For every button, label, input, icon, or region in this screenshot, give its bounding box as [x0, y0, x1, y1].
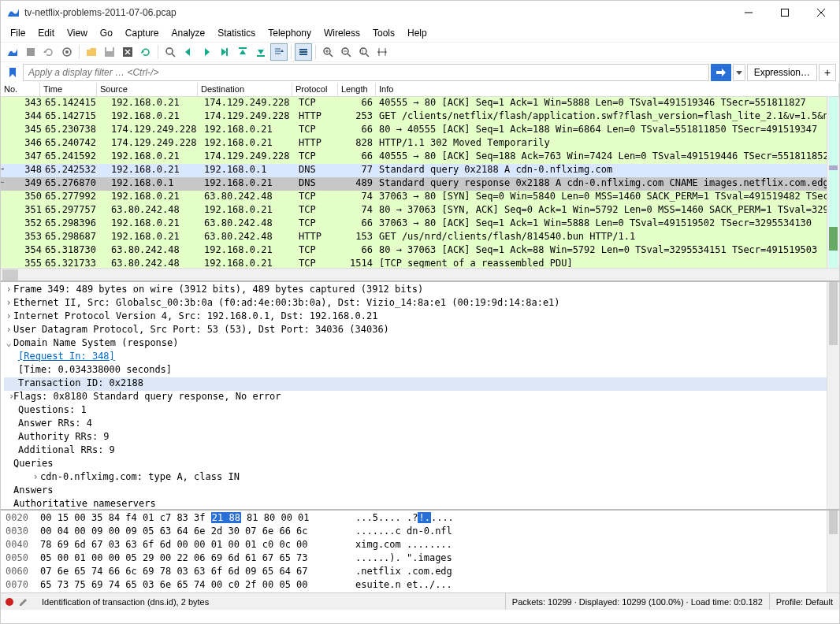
zoom-reset-button[interactable]: 1 — [355, 43, 373, 61]
details-vscroll[interactable] — [827, 282, 839, 509]
expand-icon[interactable]: › — [4, 284, 13, 295]
col-no[interactable]: No. — [1, 83, 40, 96]
status-profile[interactable]: Profile: Default — [770, 593, 839, 610]
packet-row[interactable]: ←34965.276870192.168.0.1192.168.0.21DNS4… — [1, 177, 839, 191]
capture-options-button[interactable] — [58, 43, 76, 61]
hex-row[interactable]: 006007 6e 65 74 66 6c 69 78 03 63 6f 6d … — [6, 566, 834, 579]
expand-icon[interactable]: › — [4, 324, 13, 335]
packet-row[interactable]: 35265.298396192.168.0.2163.80.242.48TCP6… — [1, 217, 839, 231]
menu-analyze[interactable]: Analyze — [165, 26, 212, 40]
detail-ethernet[interactable]: Ethernet II, Src: Globalsc_00:3b:0a (f0:… — [13, 297, 560, 308]
packet-row[interactable]: 35465.31873063.80.242.48192.168.0.21TCP6… — [1, 244, 839, 258]
zoom-out-button[interactable] — [337, 43, 355, 61]
detail-frame[interactable]: Frame 349: 489 bytes on wire (3912 bits)… — [13, 284, 423, 295]
collapse-icon[interactable]: ⌄ — [4, 458, 13, 469]
packet-row[interactable]: →34865.242532192.168.0.21192.168.0.1DNS7… — [1, 164, 839, 177]
packet-row[interactable]: 34565.230738174.129.249.228192.168.0.21T… — [1, 124, 839, 137]
expand-icon[interactable]: › — [4, 485, 13, 496]
packet-list-hscroll[interactable] — [1, 268, 839, 280]
zoom-in-button[interactable] — [319, 43, 336, 61]
goto-last-button[interactable] — [252, 43, 269, 61]
save-file-button[interactable] — [101, 43, 118, 61]
close-file-button[interactable] — [119, 43, 136, 61]
go-back-button[interactable] — [180, 43, 197, 61]
add-filter-button[interactable]: + — [819, 64, 836, 81]
menu-edit[interactable]: Edit — [32, 26, 61, 40]
maximize-button[interactable] — [767, 1, 803, 24]
resize-columns-button[interactable] — [374, 43, 391, 61]
display-filter-input[interactable] — [23, 64, 709, 81]
go-forward-button[interactable] — [198, 43, 215, 61]
menu-tools[interactable]: Tools — [366, 26, 401, 40]
col-time[interactable]: Time — [40, 83, 97, 96]
hex-row[interactable]: 004078 69 6d 67 03 63 6f 6d 00 00 01 00 … — [6, 539, 834, 552]
detail-udp[interactable]: User Datagram Protocol, Src Port: 53 (53… — [13, 324, 389, 335]
close-button[interactable] — [803, 1, 839, 24]
detail-additional-rrs[interactable]: Additional RRs: 9 — [18, 444, 115, 455]
menu-wireless[interactable]: Wireless — [318, 26, 366, 40]
filter-apply-button[interactable] — [711, 64, 731, 81]
filter-history-button[interactable] — [733, 64, 745, 81]
col-length[interactable]: Length — [338, 83, 376, 96]
detail-answer-rrs[interactable]: Answer RRs: 4 — [18, 418, 92, 429]
expression-button[interactable]: Expression… — [747, 64, 817, 81]
packet-row[interactable]: 35365.298687192.168.0.2163.80.242.48HTTP… — [1, 231, 839, 244]
expert-info-button[interactable] — [6, 598, 13, 606]
packet-row[interactable]: 34765.241592192.168.0.21174.129.249.228T… — [1, 150, 839, 164]
expand-icon[interactable]: › — [4, 297, 13, 308]
detail-query-1[interactable]: cdn-0.nflximg.com: type A, class IN — [40, 471, 240, 482]
col-source[interactable]: Source — [97, 83, 198, 96]
col-destination[interactable]: Destination — [198, 83, 292, 96]
packet-row[interactable]: 35565.32173363.80.242.48192.168.0.21TCP1… — [1, 258, 839, 268]
packet-row[interactable]: 35065.277992192.168.0.2163.80.242.48TCP7… — [1, 191, 839, 204]
stop-capture-button[interactable] — [22, 43, 39, 61]
restart-capture-button[interactable] — [40, 43, 58, 61]
hex-vscroll[interactable] — [827, 511, 839, 592]
packet-list-header[interactable]: No. Time Source Destination Protocol Len… — [1, 83, 839, 97]
detail-questions[interactable]: Questions: 1 — [18, 404, 87, 415]
goto-first-button[interactable] — [234, 43, 251, 61]
open-file-button[interactable] — [83, 43, 100, 61]
menu-statistics[interactable]: Statistics — [211, 26, 262, 40]
menu-help[interactable]: Help — [401, 26, 433, 40]
auto-scroll-button[interactable] — [270, 43, 288, 61]
detail-flags[interactable]: Flags: 0x8180 Standard query response, N… — [13, 391, 281, 402]
detail-authority-rrs[interactable]: Authority RRs: 9 — [18, 431, 110, 442]
reload-button[interactable] — [137, 43, 154, 61]
col-info[interactable]: Info — [376, 83, 839, 96]
detail-queries[interactable]: Queries — [13, 458, 54, 469]
collapse-icon[interactable]: ⌄ — [4, 337, 13, 348]
expand-icon[interactable]: › — [4, 310, 13, 321]
goto-packet-button[interactable] — [216, 43, 233, 61]
minimize-button[interactable] — [730, 1, 767, 24]
detail-answers[interactable]: Answers — [13, 485, 54, 496]
packet-list-body[interactable]: 34365.142415192.168.0.21174.129.249.228T… — [1, 97, 839, 268]
packet-row[interactable]: 35165.29775763.80.242.48192.168.0.21TCP7… — [1, 204, 839, 217]
packet-details-pane[interactable]: ›Frame 349: 489 bytes on wire (3912 bits… — [1, 282, 839, 511]
filter-bookmark-button[interactable] — [4, 64, 21, 81]
packet-row[interactable]: 34365.142415192.168.0.21174.129.249.228T… — [1, 97, 839, 110]
menu-file[interactable]: File — [4, 26, 32, 40]
packet-row[interactable]: 34465.142715192.168.0.21174.129.249.228H… — [1, 110, 839, 124]
packet-list-vscroll[interactable] — [827, 97, 839, 268]
find-packet-button[interactable] — [162, 43, 179, 61]
expand-icon[interactable]: › — [31, 471, 40, 482]
colorize-button[interactable] — [295, 43, 312, 61]
menu-capture[interactable]: Capture — [119, 26, 165, 40]
menu-telephony[interactable]: Telephony — [262, 26, 318, 40]
hex-row[interactable]: 003000 04 00 09 00 09 05 63 64 6e 2d 30 … — [6, 526, 834, 539]
detail-request-in[interactable]: [Request In: 348] — [18, 351, 115, 362]
detail-ip[interactable]: Internet Protocol Version 4, Src: 192.16… — [13, 310, 377, 321]
detail-time[interactable]: [Time: 0.034338000 seconds] — [18, 364, 172, 375]
hex-row[interactable]: 005005 00 01 00 00 05 29 00 22 06 69 6d … — [6, 552, 834, 566]
packet-bytes-pane[interactable]: 002000 15 00 35 84 f4 01 c7 83 3f 21 88 … — [1, 511, 839, 592]
packet-row[interactable]: 34665.240742174.129.249.228192.168.0.21H… — [1, 137, 839, 150]
detail-transaction-id[interactable]: Transaction ID: 0x2188 — [18, 377, 143, 388]
menu-view[interactable]: View — [61, 26, 94, 40]
start-capture-button[interactable] — [4, 43, 21, 61]
edit-icon[interactable] — [18, 596, 31, 608]
detail-auth-ns[interactable]: Authoritative nameservers — [13, 498, 156, 509]
detail-dns[interactable]: Domain Name System (response) — [13, 337, 179, 348]
expand-icon[interactable]: › — [4, 391, 13, 402]
menu-go[interactable]: Go — [94, 26, 119, 40]
